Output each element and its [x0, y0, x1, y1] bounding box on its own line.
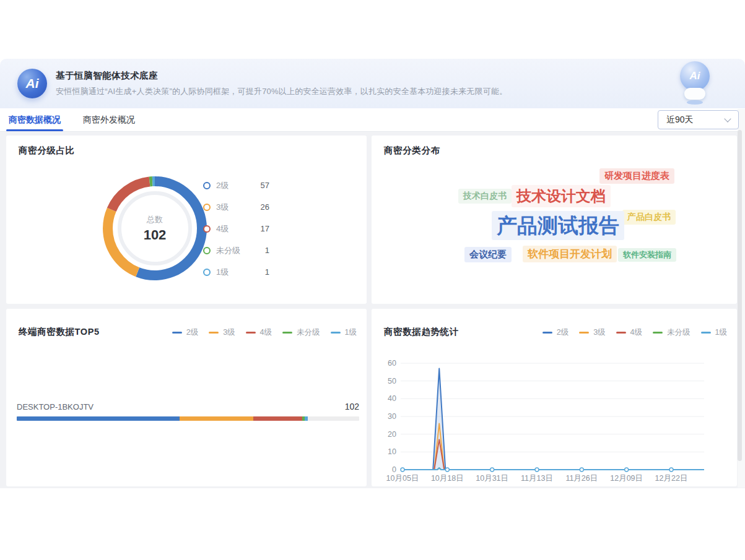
trend-line-3级[interactable] [401, 423, 704, 470]
dashboard-content: 商密分级占比 总数 102 2级573级264级17未分级11级1 商密分类分布… [0, 132, 745, 488]
legend-value: 1 [248, 246, 269, 255]
legend-dash-icon [282, 332, 292, 334]
y-axis-tick: 0 [392, 465, 396, 474]
legend-item-2级[interactable]: 2级 [542, 327, 569, 338]
header-subtitle: 安恒恒脑通过“AI生成+人类决策”的人际协同框架，可提升70%以上的安全运营效率… [56, 86, 507, 97]
data-point-marker[interactable] [625, 468, 629, 472]
bar-total-value: 102 [345, 402, 359, 411]
legend-label: 4级 [630, 327, 642, 338]
legend-label: 2级 [186, 327, 198, 338]
wordcloud-chart: 研发项目进度表技术白皮书技术设计文档产品白皮书产品测试报告会议纪要软件项目开发计… [372, 136, 737, 304]
panel-title: 终端商密数据TOP5 [19, 326, 100, 338]
header-text-block: 基于恒脑智能体技术底座 安恒恒脑通过“AI生成+人类决策”的人际协同框架，可提升… [56, 70, 507, 97]
panel-level-pie: 商密分级占比 总数 102 2级573级264级17未分级11级1 [6, 136, 367, 304]
y-axis-tick: 30 [388, 412, 396, 421]
panel-top5-bar: 终端商密数据TOP5 2级3级4级未分级1级 DESKTOP-1BKOJTV 1… [6, 309, 367, 486]
ai-mascot-icon[interactable]: Ai [676, 61, 714, 108]
data-point-marker[interactable] [445, 468, 449, 472]
wordcloud-term[interactable]: 软件项目开发计划 [523, 246, 617, 262]
legend-value: 57 [248, 181, 269, 190]
data-point-marker[interactable] [401, 468, 404, 472]
legend-label: 1级 [216, 267, 248, 278]
legend-label: 3级 [223, 327, 235, 338]
legend-dash-icon [653, 332, 663, 334]
legend-label: 4级 [216, 223, 248, 235]
legend-item-4级[interactable]: 4级 [616, 327, 642, 338]
legend-dash-icon [246, 332, 256, 334]
bar-segment-2级[interactable] [17, 416, 180, 421]
donut-legend-item[interactable]: 3级26 [203, 200, 269, 213]
donut-inner-ring [120, 193, 190, 264]
legend-item-1级[interactable]: 1级 [701, 327, 727, 338]
data-point-marker[interactable] [580, 468, 583, 472]
tab-label: 商密数据概况 [9, 114, 61, 126]
ai-mascot-text: Ai [690, 70, 700, 82]
y-axis-tick: 10 [388, 447, 396, 456]
wordcloud-term[interactable]: 技术白皮书 [458, 189, 512, 204]
terminal-name: DESKTOP-1BKOJTV [17, 402, 94, 411]
wordcloud-term[interactable]: 会议纪要 [464, 247, 512, 262]
trend-legend: 2级3级4级未分级1级 [542, 327, 727, 338]
tab-bar: 商密数据概况 商密外发概况 [0, 108, 745, 132]
legend-ring-icon [203, 247, 211, 254]
tab-outgoing-overview[interactable]: 商密外发概况 [82, 108, 136, 131]
trend-line-4级[interactable] [401, 439, 704, 470]
time-range-select[interactable]: 近90天 [658, 110, 739, 129]
header-banner: Ai 基于恒脑智能体技术底座 安恒恒脑通过“AI生成+人类决策”的人际协同框架，… [0, 59, 745, 108]
donut-legend-item[interactable]: 未分级1 [203, 244, 269, 257]
wordcloud-term[interactable]: 研发项目进度表 [599, 168, 674, 184]
legend-item-4级[interactable]: 4级 [246, 327, 272, 338]
app-window: Ai 基于恒脑智能体技术底座 安恒恒脑通过“AI生成+人类决策”的人际协同框架，… [0, 59, 745, 488]
y-axis-tick: 20 [388, 430, 396, 439]
legend-ring-icon [203, 225, 211, 233]
legend-item-3级[interactable]: 3级 [579, 327, 605, 338]
wordcloud-term[interactable]: 产品白皮书 [622, 210, 676, 225]
legend-item-3级[interactable]: 3级 [209, 327, 235, 338]
y-axis-tick: 40 [388, 394, 396, 403]
legend-item-未分级[interactable]: 未分级 [653, 327, 691, 338]
legend-ring-icon [203, 204, 211, 211]
wordcloud-term[interactable]: 技术设计文档 [512, 185, 611, 207]
donut-legend-item[interactable]: 2级57 [203, 179, 269, 192]
legend-item-2级[interactable]: 2级 [172, 327, 198, 338]
ai-mascot-head: Ai [680, 61, 710, 91]
trend-chart[interactable]: 010203040506010月05日10月18日10月31日11月13日11月… [372, 346, 731, 485]
legend-dash-icon [701, 332, 711, 334]
legend-dash-icon [172, 332, 182, 334]
legend-label: 未分级 [667, 327, 691, 338]
trend-line-2级[interactable] [401, 369, 704, 470]
y-axis-tick: 50 [388, 377, 396, 386]
bar-segment-1级[interactable] [305, 416, 308, 421]
legend-item-未分级[interactable]: 未分级 [282, 327, 320, 338]
wordcloud-term[interactable]: 软件安装指南 [618, 248, 676, 262]
x-axis-tick: 10月18日 [431, 474, 464, 483]
donut-chart[interactable] [99, 173, 211, 284]
brand-logo-text: Ai [26, 76, 39, 91]
panel-title: 商密数据趋势统计 [384, 326, 459, 338]
donut-legend: 2级573级264级17未分级11级1 [203, 179, 269, 287]
legend-label: 未分级 [216, 245, 248, 256]
legend-dash-icon [616, 332, 626, 334]
bar-segment-4级[interactable] [253, 416, 302, 421]
legend-dash-icon [331, 332, 341, 334]
legend-label: 2级 [557, 327, 569, 338]
data-point-marker[interactable] [490, 468, 494, 472]
donut-legend-item[interactable]: 1级1 [203, 265, 269, 278]
tab-data-overview[interactable]: 商密数据概况 [7, 108, 62, 131]
legend-item-1级[interactable]: 1级 [331, 327, 357, 338]
x-axis-tick: 11月26日 [565, 474, 598, 483]
legend-dash-icon [579, 332, 589, 334]
legend-label: 1级 [715, 327, 727, 338]
wordcloud-term[interactable]: 产品测试报告 [492, 211, 624, 240]
legend-label: 3级 [216, 202, 248, 213]
tab-label: 商密外发概况 [83, 114, 135, 126]
time-range-value: 近90天 [666, 114, 694, 126]
brand-logo-icon: Ai [17, 69, 47, 98]
bar-segment-3级[interactable] [180, 416, 254, 421]
header-title: 基于恒脑智能体技术底座 [56, 70, 507, 82]
scrollbar[interactable] [738, 130, 742, 461]
data-point-marker[interactable] [535, 468, 539, 472]
donut-legend-item[interactable]: 4级17 [203, 222, 269, 235]
data-point-marker[interactable] [669, 468, 673, 472]
x-axis-tick: 10月05日 [386, 474, 419, 483]
